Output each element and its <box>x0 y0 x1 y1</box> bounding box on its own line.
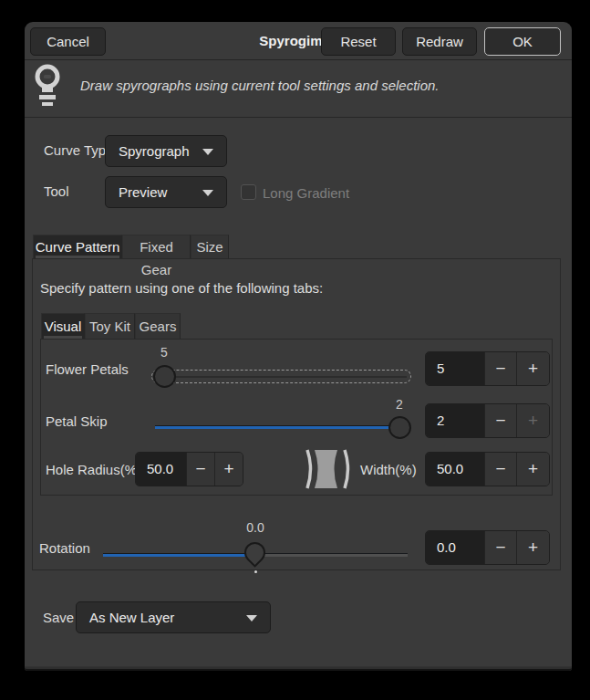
slider-track <box>156 376 407 378</box>
hole-radius-spinbox: 50.0 − + <box>135 452 243 486</box>
petal-skip-input[interactable]: 2 <box>426 404 484 437</box>
outer-tab-bar: Curve Pattern Fixed Gear Size <box>32 235 561 258</box>
tool-label: Tool <box>44 183 69 199</box>
reset-button[interactable]: Reset <box>321 27 396 56</box>
redraw-button[interactable]: Redraw <box>402 27 477 56</box>
petal-skip-slider[interactable] <box>155 425 408 429</box>
tab-gears[interactable]: Gears <box>135 313 181 339</box>
width-increment-button[interactable]: + <box>516 453 549 486</box>
rotation-increment-button[interactable]: + <box>516 531 549 564</box>
hole-radius-increment-button[interactable]: + <box>214 453 243 486</box>
dialog-bottom-edge <box>25 666 572 671</box>
tool-dropdown[interactable]: Preview <box>105 176 227 208</box>
petal-skip-slider-handle[interactable] <box>388 416 411 439</box>
flower-petals-label: Flower Petals <box>46 361 129 377</box>
curve-type-value: Spyrograph <box>119 136 190 166</box>
tab-fixed-gear[interactable]: Fixed Gear <box>122 235 191 258</box>
tab-toy-kit[interactable]: Toy Kit <box>85 313 135 339</box>
curve-type-dropdown[interactable]: Spyrograph <box>105 135 227 167</box>
ok-button[interactable]: OK <box>484 27 561 56</box>
rotation-spinbox: 0.0 − + <box>425 530 550 565</box>
chevron-down-icon <box>246 615 257 622</box>
width-input[interactable]: 50.0 <box>426 453 484 486</box>
width-decrement-button[interactable]: − <box>484 453 517 486</box>
curve-type-label: Curve Type <box>44 142 113 158</box>
rotation-decrement-button[interactable]: − <box>484 531 517 564</box>
pattern-hint-text: Specify pattern using one of the followi… <box>40 280 323 296</box>
hole-radius-label: Hole Radius(%) <box>46 462 141 477</box>
flower-petals-spinbox: 5 − + <box>425 351 550 386</box>
rotation-zero-mark <box>254 570 257 573</box>
rotation-slider-value: 0.0 <box>228 520 283 535</box>
flower-petals-slider-handle[interactable] <box>153 365 176 388</box>
rotation-input[interactable]: 0.0 <box>426 531 484 564</box>
chevron-down-icon <box>202 149 213 155</box>
rotation-label: Rotation <box>39 540 90 556</box>
save-value: As New Layer <box>89 602 174 632</box>
tab-curve-pattern[interactable]: Curve Pattern <box>33 235 122 258</box>
long-gradient-checkbox <box>241 184 256 200</box>
save-label: Save <box>43 610 74 625</box>
tool-value: Preview <box>119 177 167 207</box>
cancel-button[interactable]: Cancel <box>30 27 106 56</box>
description-text: Draw spyrographs using current tool sett… <box>80 60 440 111</box>
petal-skip-increment-button: + <box>516 404 549 437</box>
hole-position-icon <box>304 448 353 493</box>
flower-petals-slider-value: 5 <box>137 345 191 360</box>
hole-radius-input[interactable]: 50.0 <box>136 453 186 486</box>
save-dropdown[interactable]: As New Layer <box>76 601 271 633</box>
width-spinbox: 50.0 − + <box>425 452 550 486</box>
description-strip: Draw spyrographs using current tool sett… <box>25 60 572 118</box>
headerbar: Cancel Spyrogimp Reset Redraw OK <box>25 22 572 60</box>
petal-skip-label: Petal Skip <box>46 413 108 429</box>
chevron-down-icon <box>202 190 213 196</box>
flower-petals-input[interactable]: 5 <box>426 352 484 385</box>
hole-radius-decrement-button[interactable]: − <box>186 453 215 486</box>
inner-tab-bar: Visual Toy Kit Gears <box>40 313 553 339</box>
width-label: Width(%) <box>360 462 417 477</box>
petal-skip-spinbox: 2 − + <box>425 403 550 438</box>
petal-skip-decrement-button[interactable]: − <box>484 404 517 437</box>
petal-skip-slider-value: 2 <box>372 397 427 412</box>
tab-visual[interactable]: Visual <box>41 313 85 339</box>
long-gradient-label: Long Gradient <box>263 185 349 201</box>
flower-petals-increment-button[interactable]: + <box>516 352 549 385</box>
spyrogimp-dialog: Cancel Spyrogimp Reset Redraw OK Draw sp… <box>25 22 572 671</box>
flower-petals-decrement-button[interactable]: − <box>484 352 517 385</box>
tab-size[interactable]: Size <box>191 235 229 258</box>
screen-background: Cancel Spyrogimp Reset Redraw OK Draw sp… <box>0 0 590 700</box>
flower-petals-slider[interactable] <box>151 370 411 383</box>
lightbulb-icon <box>32 63 63 111</box>
